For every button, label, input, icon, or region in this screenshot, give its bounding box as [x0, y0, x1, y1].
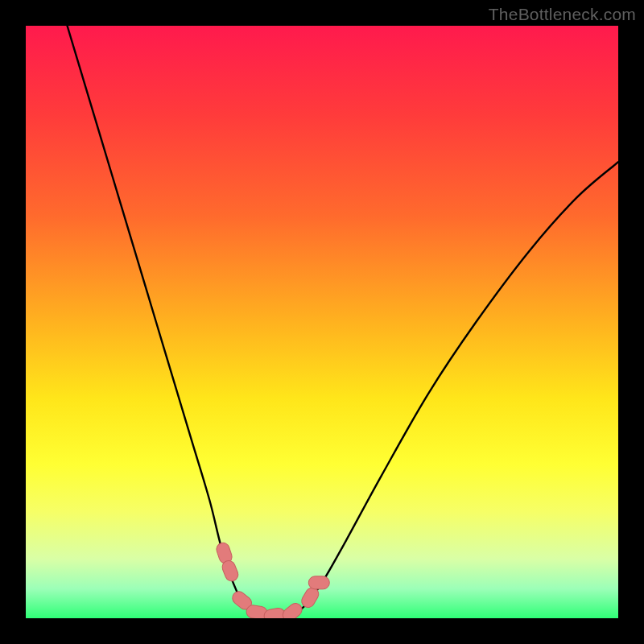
plot-area	[26, 26, 618, 618]
chart-svg	[26, 26, 618, 618]
svg-rect-7	[308, 576, 329, 589]
marker-point	[308, 576, 329, 589]
gradient-background	[26, 26, 618, 618]
outer-frame: TheBottleneck.com	[0, 0, 644, 644]
watermark-text: TheBottleneck.com	[489, 5, 636, 24]
